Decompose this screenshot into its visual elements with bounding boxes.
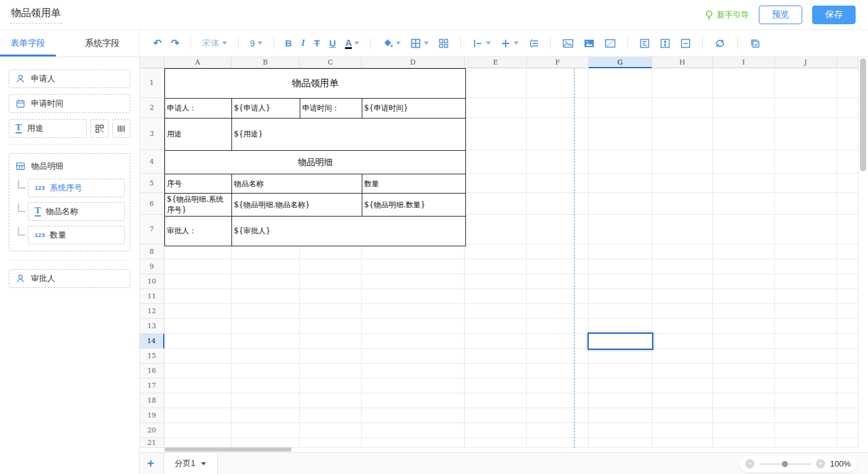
grid-cell[interactable]	[652, 150, 713, 174]
row-header-2[interactable]: 2	[140, 98, 164, 118]
grid-cell[interactable]	[775, 393, 837, 408]
grid-cell[interactable]	[652, 364, 713, 378]
row-header-8[interactable]: 8	[140, 244, 164, 259]
grid-cell[interactable]	[775, 349, 837, 364]
tab-form-fields[interactable]: 表单字段	[0, 30, 56, 56]
row-header-3[interactable]: 3	[140, 118, 164, 150]
grid-cell[interactable]	[589, 393, 652, 408]
grid-cell[interactable]	[527, 349, 589, 364]
bold-button[interactable]: B	[285, 35, 292, 52]
grid-cell[interactable]	[589, 118, 652, 150]
grid-cell[interactable]	[837, 193, 859, 215]
document-title[interactable]: 物品领用单	[10, 6, 62, 24]
grid-cell[interactable]	[300, 378, 362, 393]
grid-cell[interactable]	[527, 274, 589, 289]
grid-cell[interactable]	[713, 150, 775, 174]
grid-cell[interactable]	[589, 289, 652, 304]
grid-cell[interactable]	[589, 174, 652, 193]
field-item-item-name[interactable]: T 物品名称	[28, 202, 125, 221]
grid-cell[interactable]	[465, 408, 527, 423]
grid-cell[interactable]	[164, 259, 231, 274]
grid-cell[interactable]	[362, 334, 465, 349]
grid-cell[interactable]	[362, 259, 465, 274]
column-header-C[interactable]: C	[300, 57, 362, 68]
grid-cell[interactable]	[362, 304, 465, 319]
grid-cell[interactable]	[362, 438, 465, 448]
grid-cell[interactable]	[231, 364, 300, 378]
grid-cell[interactable]	[837, 118, 859, 150]
grid-cell[interactable]	[652, 304, 713, 319]
row-header-13[interactable]: 13	[140, 319, 164, 334]
grid-cell[interactable]	[713, 349, 775, 364]
grid-cell[interactable]	[465, 259, 527, 274]
grid-cell[interactable]	[652, 349, 713, 364]
grid-cell[interactable]	[465, 193, 527, 215]
row-header-20[interactable]: 20	[140, 423, 164, 438]
grid-cell[interactable]	[231, 423, 300, 438]
grid-cell[interactable]	[362, 423, 465, 438]
grid-corner[interactable]	[140, 57, 164, 68]
grid-cell[interactable]	[164, 244, 231, 259]
grid-cell[interactable]	[465, 244, 527, 259]
grid-cell[interactable]	[465, 334, 527, 349]
grid-cell[interactable]	[362, 244, 465, 259]
grid-cell[interactable]	[775, 319, 837, 334]
row-header-16[interactable]: 16	[140, 364, 164, 378]
grid-cell[interactable]	[775, 259, 837, 274]
grid-cell[interactable]	[465, 319, 527, 334]
grid-cell[interactable]	[231, 349, 300, 364]
grid-cell[interactable]	[465, 393, 527, 408]
grid-cell[interactable]	[527, 289, 589, 304]
grid-cell[interactable]	[527, 378, 589, 393]
row-header-12[interactable]: 12	[140, 304, 164, 319]
font-size-select[interactable]: 9	[250, 35, 262, 52]
row-header-15[interactable]: 15	[140, 349, 164, 364]
redo-button[interactable]: ↷	[171, 35, 179, 52]
grid-cell[interactable]	[231, 274, 300, 289]
grid-cell[interactable]	[465, 118, 527, 150]
grid-cell[interactable]	[300, 423, 362, 438]
field-item-quantity[interactable]: 123 数量	[28, 226, 125, 244]
grid-cell[interactable]	[713, 68, 775, 98]
grid-cell[interactable]	[837, 408, 859, 423]
grid-cell[interactable]	[164, 438, 231, 448]
grid-cell[interactable]	[589, 423, 652, 438]
grid-cell[interactable]	[837, 215, 859, 244]
grid-cell[interactable]	[589, 304, 652, 319]
cell-B6[interactable]: ${物品明细.物品名称}	[232, 194, 362, 217]
grid-cell[interactable]	[300, 408, 362, 423]
save-button[interactable]: 保存	[812, 6, 856, 24]
grid-cell[interactable]	[465, 68, 527, 98]
grid-cell[interactable]	[589, 98, 652, 118]
grid-cell[interactable]	[652, 319, 713, 334]
grid-cell[interactable]	[652, 118, 713, 150]
grid-cell[interactable]	[231, 408, 300, 423]
grid-cell[interactable]	[775, 408, 837, 423]
grid-cell[interactable]	[465, 364, 527, 378]
column-header-A[interactable]: A	[164, 57, 231, 68]
subform-group[interactable]: 物品明细 123 系统序号 T 物品名称 123 数量	[9, 153, 130, 251]
borders-button[interactable]	[410, 35, 429, 52]
grid-cell[interactable]	[465, 98, 527, 118]
column-header-stub[interactable]	[837, 57, 859, 68]
grid-cell[interactable]	[652, 423, 713, 438]
grid-cell[interactable]	[775, 68, 837, 98]
grid-cell[interactable]	[775, 378, 837, 393]
grid-cell[interactable]	[362, 393, 465, 408]
sheet-tab[interactable]: 分页1	[163, 453, 218, 474]
grid-cell[interactable]	[775, 274, 837, 289]
row-header-9[interactable]: 9	[140, 259, 164, 274]
grid-cell[interactable]	[775, 364, 837, 378]
grid-cell[interactable]	[775, 150, 837, 174]
grid-cell[interactable]	[527, 423, 589, 438]
watermark-button[interactable]	[604, 35, 616, 52]
grid-cell[interactable]	[837, 423, 859, 438]
grid-cell[interactable]	[775, 304, 837, 319]
grid-cell[interactable]	[362, 274, 465, 289]
column-header-B[interactable]: B	[231, 57, 300, 68]
grid-cell[interactable]	[300, 304, 362, 319]
page-split-button[interactable]	[680, 35, 691, 52]
grid-cell[interactable]	[300, 364, 362, 378]
grid-cell[interactable]	[775, 423, 837, 438]
grid-cell[interactable]	[465, 215, 527, 244]
